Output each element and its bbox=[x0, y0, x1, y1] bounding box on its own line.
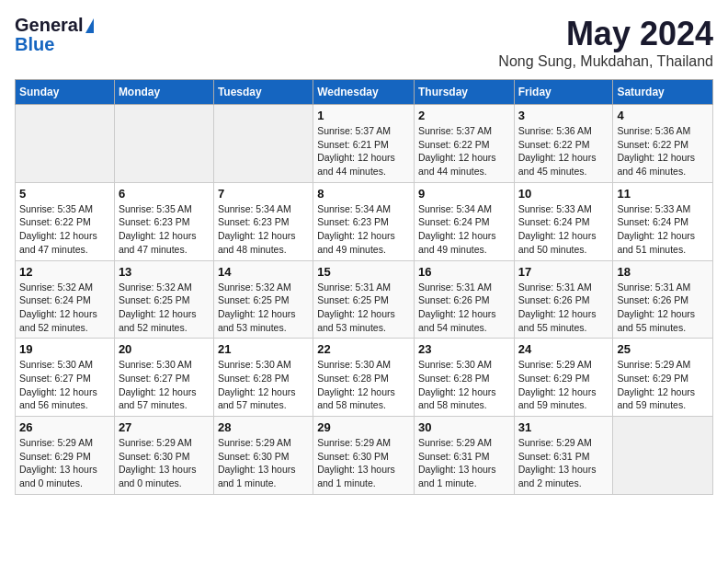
day-number: 5 bbox=[19, 187, 110, 201]
calendar-cell: 11Sunrise: 5:33 AM Sunset: 6:24 PM Dayli… bbox=[613, 182, 713, 260]
day-info: Sunrise: 5:30 AM Sunset: 6:28 PM Dayligh… bbox=[418, 358, 510, 412]
calendar-week-row: 12Sunrise: 5:32 AM Sunset: 6:24 PM Dayli… bbox=[16, 260, 713, 339]
col-header-friday: Friday bbox=[514, 80, 613, 105]
calendar-cell: 24Sunrise: 5:29 AM Sunset: 6:29 PM Dayli… bbox=[514, 339, 613, 417]
page-header: General Blue May 2024 Nong Sung, Mukdaha… bbox=[15, 15, 713, 70]
day-number: 21 bbox=[218, 342, 309, 356]
day-info: Sunrise: 5:32 AM Sunset: 6:24 PM Dayligh… bbox=[19, 281, 110, 335]
calendar-cell: 15Sunrise: 5:31 AM Sunset: 6:25 PM Dayli… bbox=[313, 260, 415, 339]
day-number: 28 bbox=[218, 420, 309, 434]
col-header-saturday: Saturday bbox=[613, 80, 713, 105]
calendar-cell: 28Sunrise: 5:29 AM Sunset: 6:30 PM Dayli… bbox=[213, 417, 313, 495]
day-info: Sunrise: 5:34 AM Sunset: 6:24 PM Dayligh… bbox=[418, 202, 510, 257]
day-number: 2 bbox=[418, 109, 510, 122]
logo-general: General bbox=[15, 15, 83, 36]
day-number: 11 bbox=[617, 187, 709, 201]
day-info: Sunrise: 5:34 AM Sunset: 6:23 PM Dayligh… bbox=[317, 202, 410, 257]
calendar-week-row: 1Sunrise: 5:37 AM Sunset: 6:21 PM Daylig… bbox=[16, 105, 713, 183]
day-info: Sunrise: 5:29 AM Sunset: 6:29 PM Dayligh… bbox=[518, 358, 609, 412]
day-number: 13 bbox=[119, 265, 210, 279]
col-header-wednesday: Wednesday bbox=[313, 80, 415, 105]
day-number: 26 bbox=[19, 420, 110, 434]
logo: General Blue bbox=[15, 15, 94, 55]
col-header-sunday: Sunday bbox=[16, 80, 115, 105]
day-number: 24 bbox=[518, 342, 609, 356]
day-info: Sunrise: 5:29 AM Sunset: 6:31 PM Dayligh… bbox=[418, 436, 510, 490]
day-number: 8 bbox=[317, 187, 410, 201]
day-number: 17 bbox=[518, 265, 609, 279]
calendar-cell: 8Sunrise: 5:34 AM Sunset: 6:23 PM Daylig… bbox=[313, 182, 415, 260]
day-number: 12 bbox=[19, 265, 110, 279]
logo-blue: Blue bbox=[15, 34, 54, 55]
day-number: 19 bbox=[19, 342, 110, 356]
calendar-cell: 14Sunrise: 5:32 AM Sunset: 6:25 PM Dayli… bbox=[213, 260, 313, 339]
day-info: Sunrise: 5:37 AM Sunset: 6:21 PM Dayligh… bbox=[317, 124, 410, 178]
day-info: Sunrise: 5:29 AM Sunset: 6:30 PM Dayligh… bbox=[218, 436, 309, 490]
day-info: Sunrise: 5:29 AM Sunset: 6:30 PM Dayligh… bbox=[119, 436, 210, 490]
calendar-cell: 3Sunrise: 5:36 AM Sunset: 6:22 PM Daylig… bbox=[514, 105, 613, 183]
calendar-cell bbox=[613, 417, 713, 495]
calendar-cell: 4Sunrise: 5:36 AM Sunset: 6:22 PM Daylig… bbox=[613, 105, 713, 183]
day-number: 16 bbox=[418, 265, 510, 279]
calendar-cell: 17Sunrise: 5:31 AM Sunset: 6:26 PM Dayli… bbox=[514, 260, 613, 339]
calendar-cell: 27Sunrise: 5:29 AM Sunset: 6:30 PM Dayli… bbox=[114, 417, 213, 495]
calendar-table: SundayMondayTuesdayWednesdayThursdayFrid… bbox=[15, 79, 713, 495]
calendar-cell: 6Sunrise: 5:35 AM Sunset: 6:23 PM Daylig… bbox=[114, 182, 213, 260]
day-info: Sunrise: 5:32 AM Sunset: 6:25 PM Dayligh… bbox=[119, 281, 210, 335]
day-info: Sunrise: 5:31 AM Sunset: 6:26 PM Dayligh… bbox=[617, 281, 709, 335]
calendar-cell: 22Sunrise: 5:30 AM Sunset: 6:28 PM Dayli… bbox=[313, 339, 415, 417]
calendar-week-row: 19Sunrise: 5:30 AM Sunset: 6:27 PM Dayli… bbox=[16, 339, 713, 417]
day-info: Sunrise: 5:36 AM Sunset: 6:22 PM Dayligh… bbox=[617, 124, 709, 178]
calendar-cell: 18Sunrise: 5:31 AM Sunset: 6:26 PM Dayli… bbox=[613, 260, 713, 339]
calendar-cell: 13Sunrise: 5:32 AM Sunset: 6:25 PM Dayli… bbox=[114, 260, 213, 339]
calendar-title: May 2024 bbox=[498, 15, 713, 53]
day-number: 31 bbox=[518, 420, 609, 434]
calendar-subtitle: Nong Sung, Mukdahan, Thailand bbox=[498, 53, 713, 70]
calendar-cell: 9Sunrise: 5:34 AM Sunset: 6:24 PM Daylig… bbox=[414, 182, 514, 260]
day-info: Sunrise: 5:32 AM Sunset: 6:25 PM Dayligh… bbox=[218, 281, 309, 335]
day-info: Sunrise: 5:31 AM Sunset: 6:26 PM Dayligh… bbox=[418, 281, 510, 335]
day-info: Sunrise: 5:30 AM Sunset: 6:27 PM Dayligh… bbox=[19, 358, 110, 412]
calendar-cell: 23Sunrise: 5:30 AM Sunset: 6:28 PM Dayli… bbox=[414, 339, 514, 417]
day-number: 25 bbox=[617, 342, 709, 356]
day-info: Sunrise: 5:33 AM Sunset: 6:24 PM Dayligh… bbox=[518, 202, 609, 257]
calendar-cell bbox=[16, 105, 115, 183]
day-info: Sunrise: 5:37 AM Sunset: 6:22 PM Dayligh… bbox=[418, 124, 510, 178]
calendar-cell: 31Sunrise: 5:29 AM Sunset: 6:31 PM Dayli… bbox=[514, 417, 613, 495]
day-number: 4 bbox=[617, 109, 709, 122]
col-header-tuesday: Tuesday bbox=[213, 80, 313, 105]
day-info: Sunrise: 5:30 AM Sunset: 6:28 PM Dayligh… bbox=[317, 358, 410, 412]
day-info: Sunrise: 5:29 AM Sunset: 6:29 PM Dayligh… bbox=[19, 436, 110, 490]
calendar-cell: 12Sunrise: 5:32 AM Sunset: 6:24 PM Dayli… bbox=[16, 260, 115, 339]
day-info: Sunrise: 5:33 AM Sunset: 6:24 PM Dayligh… bbox=[617, 202, 709, 257]
title-block: May 2024 Nong Sung, Mukdahan, Thailand bbox=[498, 15, 713, 70]
day-info: Sunrise: 5:31 AM Sunset: 6:25 PM Dayligh… bbox=[317, 281, 410, 335]
col-header-thursday: Thursday bbox=[414, 80, 514, 105]
calendar-cell: 20Sunrise: 5:30 AM Sunset: 6:27 PM Dayli… bbox=[114, 339, 213, 417]
day-number: 18 bbox=[617, 265, 709, 279]
day-number: 6 bbox=[119, 187, 210, 201]
calendar-cell: 16Sunrise: 5:31 AM Sunset: 6:26 PM Dayli… bbox=[414, 260, 514, 339]
day-number: 27 bbox=[119, 420, 210, 434]
day-number: 1 bbox=[317, 109, 410, 122]
day-info: Sunrise: 5:31 AM Sunset: 6:26 PM Dayligh… bbox=[518, 281, 609, 335]
day-info: Sunrise: 5:29 AM Sunset: 6:31 PM Dayligh… bbox=[518, 436, 609, 490]
calendar-cell: 10Sunrise: 5:33 AM Sunset: 6:24 PM Dayli… bbox=[514, 182, 613, 260]
day-info: Sunrise: 5:35 AM Sunset: 6:23 PM Dayligh… bbox=[119, 202, 210, 257]
calendar-cell bbox=[114, 105, 213, 183]
day-number: 9 bbox=[418, 187, 510, 201]
calendar-cell: 2Sunrise: 5:37 AM Sunset: 6:22 PM Daylig… bbox=[414, 105, 514, 183]
day-info: Sunrise: 5:29 AM Sunset: 6:30 PM Dayligh… bbox=[317, 436, 410, 490]
day-number: 30 bbox=[418, 420, 510, 434]
day-number: 22 bbox=[317, 342, 410, 356]
day-info: Sunrise: 5:34 AM Sunset: 6:23 PM Dayligh… bbox=[218, 202, 309, 257]
calendar-cell: 19Sunrise: 5:30 AM Sunset: 6:27 PM Dayli… bbox=[16, 339, 115, 417]
calendar-week-row: 26Sunrise: 5:29 AM Sunset: 6:29 PM Dayli… bbox=[16, 417, 713, 495]
day-info: Sunrise: 5:30 AM Sunset: 6:27 PM Dayligh… bbox=[119, 358, 210, 412]
calendar-cell: 29Sunrise: 5:29 AM Sunset: 6:30 PM Dayli… bbox=[313, 417, 415, 495]
day-number: 7 bbox=[218, 187, 309, 201]
calendar-cell: 30Sunrise: 5:29 AM Sunset: 6:31 PM Dayli… bbox=[414, 417, 514, 495]
day-info: Sunrise: 5:29 AM Sunset: 6:29 PM Dayligh… bbox=[617, 358, 709, 412]
day-info: Sunrise: 5:35 AM Sunset: 6:22 PM Dayligh… bbox=[19, 202, 110, 257]
day-number: 20 bbox=[119, 342, 210, 356]
